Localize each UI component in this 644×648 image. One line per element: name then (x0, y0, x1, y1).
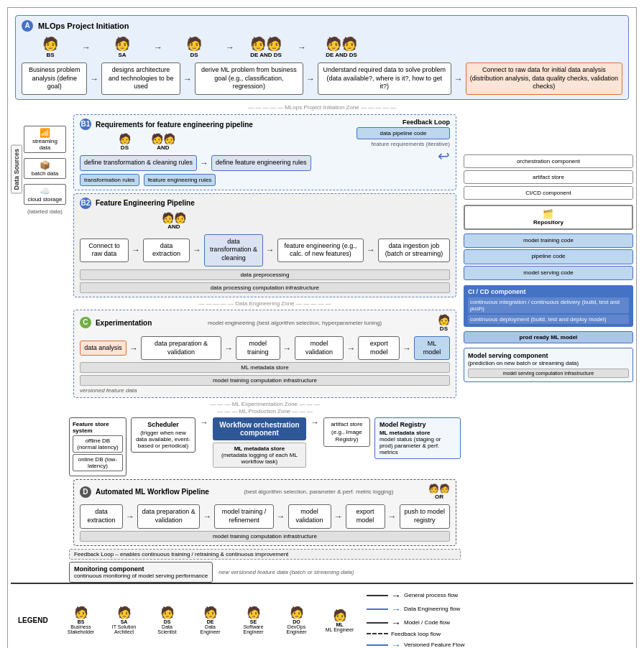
online-db-box: online DB (low-latency) (73, 454, 123, 471)
d-step4: model validation (288, 504, 331, 528)
feedback-loop-bar: Feedback Loop – enables continuous train… (69, 549, 461, 560)
b1-ds-label: DS (119, 144, 131, 151)
ds-batch: 📦 batch data (24, 158, 66, 179)
feedback-loop-text: Feedback Loop – enables continuous train… (74, 551, 288, 557)
c-title: Experimentation (96, 319, 152, 327)
d-role-or: 🧑🧑 OR (428, 483, 450, 500)
role-bs: 🧑 BS (22, 36, 79, 58)
flow-general: → General process flow (367, 590, 465, 601)
full-diagram: A MLOps Project Initiation 🧑 BS → 🧑 SA → (8, 8, 636, 648)
legend-do: 🧑 DO DevOpsEngineer (280, 606, 313, 634)
flow-data-eng: → Data Engineering flow (367, 603, 465, 615)
cicd-box: CI/CD component (464, 186, 633, 200)
section-b1: B1 Requirements for feature engineering … (73, 114, 456, 190)
flow-versioned-label: Versioned Feature Flow (404, 642, 465, 648)
flow-versioned-arrow: → (391, 639, 401, 648)
de-ds2-figure: 🧑🧑 (309, 36, 374, 52)
d-flow: data extraction → data preparation & val… (80, 504, 450, 528)
flow-feedback-label: Feedback loop flow (391, 631, 441, 637)
repository-box: 🗂️ Repository (464, 205, 633, 230)
batch-icon: 📦 (27, 160, 63, 170)
repo-label: Repository (468, 219, 629, 226)
feedback-loop-sub: feature requirements (iterative) (356, 141, 450, 147)
data-pipeline-code-box: data pipeline code (356, 127, 450, 139)
flow-versioned: → Versioned Feature Flow (367, 639, 465, 648)
b2-infra-bar: data processing computation infrastructu… (80, 282, 450, 293)
b1-step1: define transformation & cleaning rules (80, 155, 197, 171)
zone-data-engineering: — — — — — Data Engineering Zone — — — — … (69, 300, 461, 307)
b2-arrow4: → (367, 245, 375, 255)
b1-left: B1 Requirements for feature engineering … (80, 119, 352, 186)
legend-section: LEGEND 🧑 BS BusinessStakeholder 🧑 SA IT … (11, 583, 633, 648)
prod-ready-label: prod ready ML model (468, 334, 629, 341)
b2-step1: Connect to raw data (80, 239, 129, 262)
monitoring-row: Monitoring component continuous monitori… (69, 562, 461, 583)
sched-arrow: → (200, 417, 208, 427)
de-ds2-abbr: DE AND DS (309, 52, 374, 58)
c-arrow5: → (402, 343, 411, 353)
arrow-1: → (82, 42, 91, 52)
legend-sa-icon: 🧑 (117, 606, 132, 619)
b1-artifacts: transformation rules feature engineering… (80, 174, 352, 186)
d-step5: export model (346, 504, 385, 528)
main-container: A MLOps Project Initiation 🧑 BS → 🧑 SA → (0, 0, 644, 648)
b1-badge: B1 (80, 119, 91, 130)
ds1-abbr: DS (165, 52, 223, 58)
cloud-icon: ☁️ (27, 186, 63, 196)
de-ds-abbr: DE AND DS (237, 52, 295, 58)
cicd-item1: continuous integration / continuous deli… (468, 297, 629, 313)
model-registry-meta: ML metadata store (380, 430, 456, 436)
d-step1: data extraction (80, 504, 123, 528)
d-top-label: (best algorithm selection, parameter & p… (244, 489, 393, 495)
legend-sa-label: IT SolutionArchitect (112, 624, 136, 634)
artifact-store-prod: artifact store (e.g., Image Registry) (323, 417, 370, 447)
b1-and-fig: 🧑🧑 (151, 133, 175, 144)
c-ds-label: DS (438, 325, 450, 332)
b1-header: B1 Requirements for feature engineering … (80, 119, 352, 130)
c-header: C Experimentation (80, 317, 152, 328)
scheduler-title: Scheduler (134, 421, 192, 428)
b2-title: Feature Engineering Pipeline (96, 199, 195, 207)
zone-ml-production: — — — ML Production Zone — — — (69, 408, 461, 415)
legend-bs-label: BusinessStakeholder (68, 624, 94, 634)
orchestration-box: orchestration component (464, 154, 633, 168)
legend-do-icon: 🧑 (290, 606, 304, 619)
d-title: Automated ML Workflow Pipeline (96, 488, 209, 496)
arrow-a1: → (90, 74, 98, 84)
b2-header: B2 Feature Engineering Pipeline (80, 198, 450, 209)
c-step1: data analysis (80, 341, 126, 356)
arrow-4: → (298, 42, 306, 52)
legend-se-abbr: SE (250, 619, 257, 624)
role-de-ds2: 🧑🧑 DE AND DS (309, 36, 374, 58)
offline-db-box: offline DB (normal latency) (73, 435, 123, 453)
section-a-flow: 🧑 BS → 🧑 SA → 🧑 DS → 🧑🧑 (22, 36, 622, 58)
workflow-title: Workflow orchestration component (218, 421, 300, 437)
flow-blue-arrow: → (391, 603, 401, 615)
arrow-3: → (226, 42, 234, 52)
data-sources-label: Data Sources (11, 145, 22, 194)
legend-ml-label: ML Engineer (326, 627, 354, 632)
d-arrow1: → (126, 512, 134, 522)
cicd-item2: continuous deployment (build, test and d… (468, 315, 629, 324)
sa-figure: 🧑 (93, 36, 151, 52)
cicd-title: CI / CD component (468, 288, 629, 295)
model-serving-component: Model serving component (prediction on n… (464, 348, 633, 382)
model-registry-meta-sub: model status (staging or prod) parameter… (380, 436, 456, 455)
versioned-feature-label: new versioned feature data (batch or str… (218, 569, 354, 575)
legend-bs: 🧑 BS BusinessStakeholder (65, 606, 97, 634)
model-serving-title: Model serving component (468, 352, 629, 359)
flow-model-label: Model / Code flow (404, 619, 450, 626)
b2-step2: data extraction (143, 239, 190, 262)
flow-general-label: General process flow (404, 592, 458, 598)
ds-streaming: 📶 streaming data (24, 126, 66, 153)
workflow-group: Workflow orchestration component ML meta… (213, 417, 306, 468)
legend-ds-abbr: DS (164, 619, 171, 624)
artifact-store-label: artifact store (468, 174, 629, 180)
model-serving-code: model serving code (464, 266, 633, 280)
c-ds-fig: 🧑 (438, 314, 450, 325)
c-step3: model training (236, 336, 280, 360)
d-badge: D (80, 486, 91, 498)
model-training-code: model training code (464, 233, 633, 248)
c-arrow1: → (129, 343, 138, 353)
center-content: B1 Requirements for feature engineering … (69, 111, 461, 583)
